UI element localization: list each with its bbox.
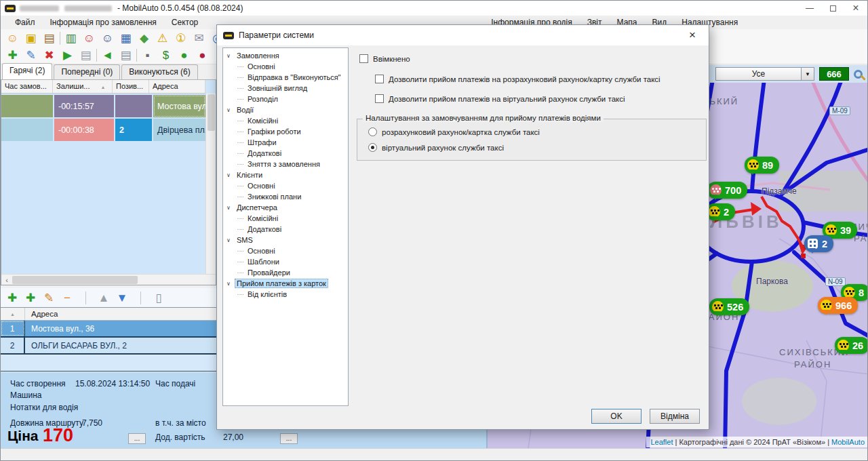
column-header-address[interactable]: Адреса [25,308,216,320]
dialog-close-button[interactable]: × [682,25,703,45]
tree-item[interactable]: Зняття з замовлення [223,159,348,169]
allow-settlement-account-checkbox-row[interactable]: Дозволити прийом платежів на розрахунков… [375,75,660,83]
tree-item[interactable]: Провайдери [223,267,348,278]
checkbox[interactable] [359,54,368,63]
tab[interactable]: Попередні (0) [54,64,120,79]
tree-item[interactable]: Замовлення [223,50,348,61]
calc-red-icon[interactable]: ● [194,47,211,63]
ok-button[interactable]: OK [591,409,642,424]
tree-item[interactable]: Графіки роботи [223,126,348,137]
coin-icon[interactable]: ① [172,31,189,46]
tree-item[interactable]: Клієнти [223,169,348,180]
plugin-icon[interactable]: ◆ [136,31,153,46]
radio-button[interactable] [368,143,377,152]
order-delete-icon[interactable]: ✖ [41,47,58,63]
tab[interactable]: Виконуються (6) [121,64,197,79]
tree-item[interactable]: SMS [223,235,348,245]
map-marker[interactable]: 26 [835,337,868,354]
order-add-icon[interactable]: ✚ [4,47,21,63]
price-more-button[interactable]: ... [128,433,146,444]
allow-virtual-account-checkbox-row[interactable]: Дозволити прийом платежів на віртуальний… [375,94,625,103]
order-archive-icon[interactable]: ▤ [77,47,94,63]
mobilauto-link[interactable]: MobilAuto [831,438,865,446]
radio-button[interactable] [368,127,377,136]
driver-icon[interactable]: ☺ [99,31,116,46]
briefcase-icon[interactable]: ▤ [41,31,58,46]
checkbox[interactable] [375,75,384,83]
order-edit-icon[interactable]: ✎ [22,47,39,63]
chevron-down-icon[interactable]: ▼ [801,68,814,80]
address-edit-icon[interactable]: ✎ [41,290,57,306]
extra-cost-more-button[interactable]: ... [280,433,298,444]
address-row[interactable]: 2 ОЛЬГИ БАСАРАБ ВУЛ., 2 [1,338,216,355]
database-stack-icon[interactable]: ▤ [117,47,134,63]
map-marker[interactable]: 526 [709,298,749,315]
tree-item[interactable]: Зовнішній вигляд [223,83,348,94]
warning-icon[interactable]: ⚠ [154,31,171,46]
mail-icon[interactable]: ✉ [191,31,208,46]
tree-item[interactable]: Комісійні [223,115,348,126]
tree-item[interactable]: Додаткові [223,224,348,235]
order-import-icon[interactable]: ◄ [99,47,116,63]
menu-item[interactable]: Сектор [164,16,205,28]
map-marker[interactable]: 966 [818,297,858,314]
scroll-left-arrow[interactable]: ‹ [1,275,12,285]
tree-item[interactable]: Відправка в "Виконуються" [223,72,348,83]
order-row[interactable]: -00:15:57 Мостова вул., 36 [1,95,205,117]
cancel-button[interactable]: Відміна [650,409,700,424]
driver-filter-dropdown[interactable]: Усе ▼ [715,67,814,81]
search-icon[interactable] [854,70,863,79]
tree-item[interactable]: Шаблони [223,256,348,267]
order-start-icon[interactable]: ▶ [59,47,76,63]
operator-icon[interactable]: ☺ [4,31,21,46]
map-marker[interactable]: 700 [707,182,747,199]
order-row[interactable]: -00:00:38 2 Двірцева пл., 1 [1,119,205,141]
tree-item[interactable]: Комісійні [223,213,348,224]
address-insert-icon[interactable]: ✚ [22,290,39,306]
tree-item[interactable]: Диспетчера [223,202,348,213]
tree-item[interactable]: Від клієнтів [223,289,348,300]
leaflet-link[interactable]: Leaflet [650,438,673,446]
tree-item[interactable]: Розподіл [223,94,348,104]
menu-item[interactable]: Файл [7,16,43,28]
column-header-remaining[interactable]: Залиши... [53,80,113,93]
vertical-scrollbar[interactable] [205,94,216,274]
checkbox[interactable] [375,94,384,103]
panel-icon[interactable]: ▪ [139,47,156,63]
report-icon[interactable]: ▥ [62,31,79,46]
map-marker[interactable]: 2 [804,235,833,252]
taxi-icon[interactable]: ▣ [22,31,39,46]
tree-item[interactable]: Основні [223,180,348,191]
restore-button[interactable] [821,1,844,16]
tree-item[interactable]: Додаткові [223,148,348,159]
scrollbar-thumb[interactable] [12,276,138,284]
column-header-callsign[interactable]: Позив... [113,80,149,93]
column-header-time[interactable]: Час замов... [1,80,53,93]
address-add-icon[interactable]: ✚ [4,290,20,306]
scrollbar-thumb[interactable] [208,94,215,131]
column-header-address[interactable]: Адреса [149,80,205,93]
address-remove-icon[interactable]: − [59,290,75,306]
stats-monitor-icon[interactable]: ▦ [117,31,134,46]
close-button[interactable]: × [844,1,867,16]
menu-item[interactable]: Інформація про замовлення [43,16,164,28]
doc-green-icon[interactable]: ● [176,47,193,63]
client-icon[interactable]: ☺ [81,31,98,46]
tree-item[interactable]: Штрафи [223,137,348,148]
enabled-checkbox-row[interactable]: Ввімкнено [359,54,410,63]
minimize-button[interactable]: — [798,1,821,16]
settlement-account-radio-row[interactable]: розрахунковий рахунок/картка служби такс… [368,127,540,136]
trash-icon[interactable]: ▯ [151,290,167,306]
calc-money-icon[interactable]: $ [157,47,174,63]
virtual-account-radio-row[interactable]: віртуальний рахунок служби таксі [368,143,504,152]
sort-icon[interactable]: ▲ [1,308,25,320]
address-row[interactable]: 1 Мостова вул., 36 [1,321,216,338]
move-up-icon[interactable]: ▲ [96,290,112,306]
tree-item[interactable]: Основні [223,61,348,72]
map-marker[interactable]: 2 [706,203,735,220]
tree-item[interactable]: Знижкові плани [223,191,348,202]
move-down-icon[interactable]: ▼ [114,290,130,306]
tree-item[interactable]: Основні [223,245,348,256]
tree-item[interactable]: Прийом платежів з карток [223,278,348,289]
map-marker[interactable]: 89 [745,157,779,174]
